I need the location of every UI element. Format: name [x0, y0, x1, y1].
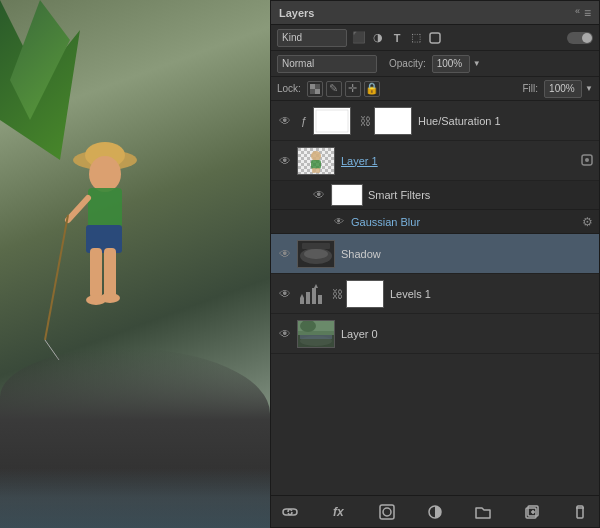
opacity-control[interactable]: 100% ▼ — [432, 55, 481, 73]
panel-header: Layers « ≡ — [271, 1, 599, 25]
svg-marker-41 — [314, 284, 318, 288]
svg-rect-38 — [312, 288, 316, 304]
layer-name-layer1: Layer 1 — [341, 155, 577, 167]
opacity-label: Opacity: — [389, 58, 426, 69]
levels-adjustment-icon — [297, 281, 327, 307]
svg-point-11 — [100, 293, 120, 303]
svg-point-25 — [311, 151, 321, 161]
filter-settings-icon[interactable]: ⚙ — [582, 215, 593, 229]
filter-shape-icon[interactable]: ⬚ — [408, 30, 424, 46]
layer-item-gaussian-blur[interactable]: 👁 Gaussian Blur ⚙ — [271, 210, 599, 234]
filter-type-icon[interactable]: T — [389, 30, 405, 46]
svg-point-2 — [89, 156, 121, 192]
layer-item-levels[interactable]: 👁 ⛓ Levels 1 — [271, 274, 599, 314]
background-photo — [0, 0, 270, 528]
svg-rect-26 — [311, 160, 321, 169]
svg-point-50 — [383, 508, 391, 516]
blend-row: Normal Multiply Screen Overlay Opacity: … — [271, 51, 599, 77]
panel-title: Layers — [279, 7, 314, 19]
svg-rect-49 — [380, 505, 394, 519]
svg-rect-14 — [315, 89, 320, 94]
opacity-dropdown-arrow[interactable]: ▼ — [473, 59, 481, 68]
svg-rect-48 — [300, 335, 332, 339]
lock-icons: ✎ ✛ 🔒 — [307, 81, 380, 97]
panel-footer: fx — [271, 495, 599, 527]
footer-adjustment-icon[interactable] — [424, 501, 446, 523]
opacity-value[interactable]: 100% — [432, 55, 470, 73]
layer-item-layer0[interactable]: 👁 Layer 0 — [271, 314, 599, 354]
eye-hue-saturation[interactable]: 👁 — [277, 113, 293, 129]
layer-name-hue-saturation: Hue/Saturation 1 — [418, 115, 593, 127]
thumb-levels-mask — [346, 280, 384, 308]
blend-mode-select[interactable]: Normal Multiply Screen Overlay — [277, 55, 377, 73]
lock-checker-icon[interactable] — [307, 81, 323, 97]
footer-fx-icon[interactable]: fx — [327, 501, 349, 523]
eye-levels[interactable]: 👁 — [277, 286, 293, 302]
layer-item-shadow[interactable]: 👁 Shadow — [271, 234, 599, 274]
svg-rect-12 — [430, 33, 440, 43]
thumb-layer0 — [297, 320, 335, 348]
link-icon-levels: ⛓ — [332, 288, 343, 300]
svg-line-4 — [68, 198, 88, 220]
thumb-smart-filters — [331, 184, 363, 206]
fill-label: Fill: — [523, 83, 539, 94]
svg-rect-8 — [90, 248, 102, 298]
lock-row: Lock: ✎ ✛ 🔒 Fill: 100% ▼ — [271, 77, 599, 101]
fill-control[interactable]: 100% ▼ — [544, 80, 593, 98]
thumb-layer1 — [297, 147, 335, 175]
mask-thumb-hue-saturation — [374, 107, 412, 135]
footer-folder-icon[interactable] — [472, 501, 494, 523]
layer-name-levels: Levels 1 — [390, 288, 593, 300]
lock-move-icon[interactable]: ✛ — [345, 81, 361, 97]
svg-rect-16 — [310, 89, 315, 94]
eye-shadow[interactable]: 👁 — [277, 246, 293, 262]
script-icon-hs: ƒ — [297, 115, 311, 127]
footer-delete-icon[interactable] — [569, 501, 591, 523]
svg-point-34 — [304, 249, 328, 259]
eye-gaussian-blur[interactable]: 👁 — [331, 214, 347, 230]
svg-rect-3 — [88, 188, 122, 228]
svg-rect-27 — [312, 168, 316, 173]
filter-icons: ⬛ ◑ T ⬚ — [351, 30, 443, 46]
filter-select[interactable]: Kind Name Effect — [277, 29, 347, 47]
footer-mask-icon[interactable] — [376, 501, 398, 523]
svg-rect-7 — [86, 225, 122, 253]
svg-rect-13 — [310, 84, 315, 89]
fill-dropdown-arrow[interactable]: ▼ — [585, 84, 593, 93]
svg-rect-15 — [315, 84, 320, 89]
eye-layer1[interactable]: 👁 — [277, 153, 293, 169]
svg-rect-36 — [300, 298, 304, 304]
svg-rect-19 — [375, 108, 411, 134]
svg-line-5 — [45, 215, 68, 340]
eye-smart-filters[interactable]: 👁 — [311, 187, 327, 203]
lock-all-icon[interactable]: 🔒 — [364, 81, 380, 97]
filter-adjust-icon[interactable]: ◑ — [370, 30, 386, 46]
filter-smart-icon[interactable] — [427, 30, 443, 46]
panel-menu-icon[interactable]: ≡ — [584, 6, 591, 20]
filter-pixel-icon[interactable]: ⬛ — [351, 30, 367, 46]
thumb-shadow — [297, 240, 335, 268]
svg-rect-28 — [316, 168, 320, 173]
smart-object-badge — [581, 154, 593, 168]
layer-item-layer1[interactable]: 👁 — [271, 141, 599, 181]
svg-point-30 — [585, 158, 589, 162]
svg-rect-18 — [316, 110, 348, 132]
fill-value[interactable]: 100% — [544, 80, 582, 98]
eye-layer0[interactable]: 👁 — [277, 326, 293, 342]
layer-item-hue-saturation[interactable]: 👁 ƒ ⛓ Hue/Saturation 1 — [271, 101, 599, 141]
filter-toggle[interactable] — [567, 32, 593, 44]
svg-rect-9 — [104, 248, 116, 298]
svg-rect-42 — [347, 281, 383, 307]
layer-item-smart-filters[interactable]: 👁 Smart Filters — [271, 181, 599, 210]
svg-rect-37 — [306, 292, 310, 304]
footer-link-icon[interactable] — [279, 501, 301, 523]
filter-row: Kind Name Effect ⬛ ◑ T ⬚ — [271, 25, 599, 51]
collapse-icon[interactable]: « — [575, 6, 580, 20]
footer-new-layer-icon[interactable] — [521, 501, 543, 523]
layer-name-layer0: Layer 0 — [341, 328, 593, 340]
layers-list[interactable]: 👁 ƒ ⛓ Hue/Saturation 1 👁 — [271, 101, 599, 495]
lock-brush-icon[interactable]: ✎ — [326, 81, 342, 97]
layers-panel: Layers « ≡ Kind Name Effect ⬛ ◑ T ⬚ — [270, 0, 600, 528]
thumb-hue-saturation — [313, 107, 351, 135]
link-icon-hs: ⛓ — [360, 115, 371, 127]
